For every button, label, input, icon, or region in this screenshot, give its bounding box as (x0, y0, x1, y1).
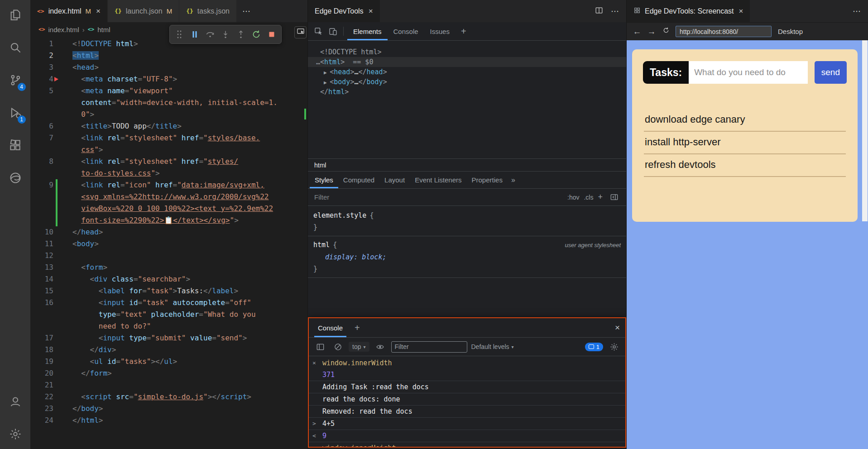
more-tabs-icon[interactable]: » (508, 176, 519, 184)
sidebar-item-extensions[interactable] (8, 139, 23, 154)
code-line[interactable]: to-do-styles.css"> (30, 167, 307, 179)
eye-icon[interactable] (374, 340, 387, 353)
code-line[interactable]: viewBox=%220 0 100 100%22><text y=%22.9e… (30, 203, 307, 215)
close-icon[interactable]: × (369, 7, 373, 16)
code-line[interactable]: 5 <meta name="viewport" (30, 85, 307, 97)
code-line[interactable]: 21 (30, 379, 307, 391)
scrollbar-thumb[interactable] (862, 40, 868, 221)
code-line[interactable]: 13 <form> (30, 262, 307, 273)
css-declaration[interactable]: display: block; (308, 251, 626, 263)
device-mode-label[interactable]: Desktop (778, 28, 803, 35)
console-message[interactable]: 371 (309, 369, 625, 381)
styles-pane-tab-properties[interactable]: Properties (467, 172, 508, 188)
console-sidebar-icon[interactable] (313, 340, 327, 353)
send-button[interactable]: send (815, 61, 847, 84)
console-settings-gear-icon[interactable] (607, 340, 621, 353)
editor-tab-launch.json[interactable]: {}launch.jsonM (108, 0, 179, 22)
code-line[interactable]: font-size=%2290%22>📋</text></svg>"> (30, 215, 307, 226)
clear-console-icon[interactable] (331, 340, 345, 353)
code-line[interactable]: 19 <ul id="tasks"></ul> (30, 356, 307, 368)
breadcrumb-node[interactable]: html (314, 162, 326, 169)
styles-pane-tab-layout[interactable]: Layout (379, 172, 410, 188)
code-line[interactable]: type="text" placeholder="What do you (30, 309, 307, 320)
console-message[interactable]: <9 (309, 430, 625, 442)
back-icon[interactable]: ← (632, 27, 642, 37)
context-selector[interactable]: top▾ (349, 342, 369, 352)
forward-icon[interactable]: → (647, 27, 657, 37)
code-editor[interactable]: 1<!DOCTYPE html>2<html>3<head>4 <meta ch… (30, 37, 307, 449)
code-line[interactable]: 12 (30, 250, 307, 262)
settings-button[interactable] (8, 427, 23, 443)
todo-list-item[interactable]: download edge canary (644, 109, 846, 132)
code-line[interactable]: 10</head> (30, 226, 307, 238)
account-button[interactable] (8, 395, 23, 410)
code-line[interactable]: 3<head> (30, 62, 307, 73)
code-line[interactable]: 7 <link rel="stylesheet" href="styles/ba… (30, 132, 307, 144)
split-editor-icon[interactable] (595, 6, 604, 17)
debug-drag-handle[interactable] (172, 27, 187, 42)
more-actions-icon[interactable]: ⋯ (853, 6, 861, 16)
toggle-class-button[interactable]: .cls (584, 194, 593, 201)
screencast-toggle-button[interactable] (294, 26, 307, 38)
devtools-tab-issues[interactable]: Issues (424, 22, 456, 40)
log-levels-selector[interactable]: Default levels▾ (471, 343, 514, 350)
console-message[interactable]: >4+5 (309, 418, 625, 430)
code-line[interactable]: css"> (30, 144, 307, 156)
sidebar-item-run-debug[interactable]: 1 (8, 106, 23, 121)
dom-tree-node[interactable]: </html> (308, 87, 626, 97)
sidebar-item-edge-devtools[interactable] (8, 171, 23, 186)
code-line[interactable]: 4 <meta charset="UTF-8"> (30, 73, 307, 85)
dom-tree-node[interactable]: ▶ <body>…</body> (308, 77, 626, 87)
code-line[interactable]: 24</html> (30, 415, 307, 426)
devtools-tab-elements[interactable]: Elements (347, 22, 388, 40)
styles-pane-tab-styles[interactable]: Styles (310, 172, 338, 188)
devtools-editor-tab[interactable]: Edge DevTools × (308, 0, 380, 22)
console-message[interactable]: >window.innerHeight (309, 442, 625, 447)
code-line[interactable]: need to do?" (30, 320, 307, 332)
css-rule-html[interactable]: html{user agent stylesheet (308, 239, 626, 251)
step-over-button[interactable] (203, 27, 217, 42)
sidebar-item-search[interactable] (8, 41, 23, 56)
code-line[interactable]: 11<body> (30, 238, 307, 250)
devtools-tab-console[interactable]: Console (388, 22, 424, 40)
code-line[interactable]: 23</body> (30, 403, 307, 415)
code-line[interactable]: 6 <title>TODO app</title> (30, 120, 307, 132)
screencast-editor-tab[interactable]: Edge DevTools: Screencast × (627, 0, 750, 22)
console-message[interactable]: ×window.innerWidth (309, 357, 625, 369)
code-line[interactable]: 20 </form> (30, 368, 307, 379)
dom-tree-node[interactable]: …<html> == $0 (308, 57, 626, 67)
code-line[interactable]: 22 <script src="simple-to-do.js"></scrip… (30, 391, 307, 403)
pause-button[interactable] (187, 27, 202, 42)
code-line[interactable]: <svg xmlns=%22http://www.w3.org/2000/svg… (30, 191, 307, 203)
breadcrumb-file[interactable]: index.html (48, 26, 79, 33)
sidebar-item-source-control[interactable]: 4 (8, 73, 23, 89)
code-line[interactable]: 18 </div> (30, 344, 307, 356)
toggle-hover-state-button[interactable]: :hov (567, 194, 579, 201)
close-icon[interactable]: × (96, 7, 101, 16)
code-line[interactable]: 9 <link rel="icon" href="data:image/svg+… (30, 179, 307, 191)
new-style-rule-icon[interactable]: + (598, 192, 603, 202)
todo-list-item[interactable]: refresh devtools (644, 154, 846, 177)
page-scrollbar[interactable] (862, 40, 868, 449)
reload-icon[interactable] (661, 26, 671, 37)
styles-pane-tab-event-listeners[interactable]: Event Listeners (410, 172, 466, 188)
url-input[interactable] (676, 26, 772, 37)
code-line[interactable]: content="width=device-width, initial-sca… (30, 97, 307, 109)
code-line[interactable]: 8 <link rel="stylesheet" href="styles/ (30, 156, 307, 167)
console-filter-input[interactable] (391, 341, 467, 353)
tab-console[interactable]: Console (314, 318, 346, 337)
hidden-messages-badge[interactable]: 1 (585, 343, 603, 351)
editor-tab-index.html[interactable]: <>index.htmlM× (30, 0, 108, 22)
step-into-button[interactable] (218, 27, 233, 42)
task-input[interactable] (689, 61, 808, 84)
console-message[interactable]: Removed: read the docs (309, 406, 625, 418)
code-line[interactable]: 17 <input type="submit" value="send"> (30, 332, 307, 344)
code-line[interactable]: 0"> (30, 109, 307, 120)
breadcrumb-symbol[interactable]: html (97, 26, 110, 33)
console-message[interactable]: Adding Task :read the docs (309, 381, 625, 393)
add-tab-icon[interactable]: + (456, 26, 471, 37)
stop-button[interactable] (264, 27, 279, 42)
code-line[interactable]: 14 <div class="searchbar"> (30, 273, 307, 285)
code-line[interactable]: 15 <label for="task">Tasks:</label> (30, 285, 307, 297)
step-out-button[interactable] (234, 27, 248, 42)
